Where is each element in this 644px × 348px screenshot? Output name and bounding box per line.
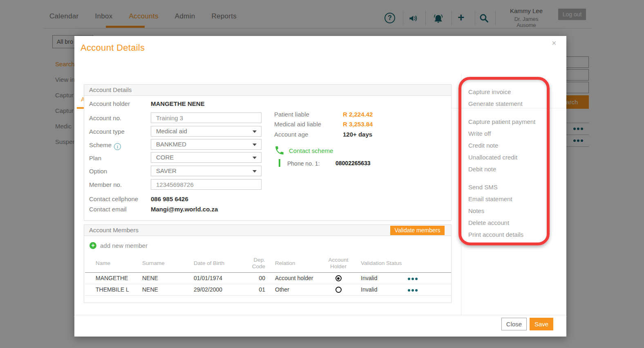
account-age-label: Account age [274,131,308,138]
phone-icon [274,145,285,156]
plan-select[interactable]: CORE [151,152,262,163]
member-no-input[interactable] [151,179,262,190]
account-type-value: Medical aid [156,128,187,135]
close-button[interactable]: Close [501,318,527,330]
validate-members-button[interactable]: Validate members [390,226,445,235]
col-relation: Relation [268,254,321,272]
ellipsis-icon[interactable] [408,289,410,292]
ellipsis-icon[interactable] [408,278,410,280]
member-dob: 29/02/2000 [194,284,245,295]
account-members-panel: Account Members Validate members + add n… [84,225,452,303]
account-holder-radio[interactable] [335,287,342,293]
members-table: Name Surname Date of Birth Dep. Code Rel… [85,254,451,296]
member-no-label: Member no. [89,181,122,188]
contact-cellphone-value: 086 985 6426 [151,195,188,202]
menu-item-delete-account[interactable]: Delete account [468,217,535,229]
col-validation-status: Validation Status [356,254,403,272]
scheme-label: Schemei [89,141,121,150]
member-dep-code: 01 [245,284,268,295]
phone1-label: Phone no. 1: [287,160,320,167]
contact-scheme-link[interactable]: Contact scheme [274,145,333,156]
menu-item-debit-note[interactable]: Debit note [468,163,535,175]
validation-status: Invalid [356,272,403,284]
account-no-input[interactable] [151,112,262,123]
member-surname: NENE [142,272,194,284]
patient-liable-label: Patient liable [274,111,309,118]
option-value: SAVER [156,167,177,174]
account-details-modal: × Account Details Account Invoices Payme… [74,36,566,337]
col-dob: Date of Birth [194,254,245,272]
scheme-select[interactable]: BANKMED [151,139,262,150]
patient-liable-value: R 2,224.42 [343,111,373,118]
member-name: MANGETHE [85,272,142,284]
menu-item-email-statement[interactable]: Email statement [468,193,535,205]
account-type-select[interactable]: Medical aid [151,126,262,137]
contact-email-label: Contact email [89,206,127,213]
account-holder-label: Account holder [89,100,130,107]
phone-accent-bar [279,159,280,167]
menu-item-write-off[interactable]: Write off [468,128,535,139]
menu-item-send-sms[interactable]: Send SMS [468,181,535,193]
plan-value: CORE [156,154,174,161]
menu-item-capture-patient-payment[interactable]: Capture patient payment [468,116,535,128]
save-button[interactable]: Save [530,318,553,330]
page: Calendar Inbox Accounts Admin Reports ? … [0,0,644,348]
member-relation: Account holder [268,272,321,284]
menu-item-print-account-details[interactable]: Print account details [468,229,535,240]
plan-label: Plan [89,155,101,162]
account-age-value: 120+ days [343,131,372,138]
modal-title: Account Details [80,43,145,53]
panel-title: Account Details [89,85,132,95]
scheme-value: BANKMED [156,141,186,148]
medical-aid-liable-label: Medical aid liable [274,121,321,128]
member-relation: Other [268,284,321,295]
members-header-row: Name Surname Date of Birth Dep. Code Rel… [85,254,451,272]
option-label: Option [89,168,107,175]
col-account-holder: Account Holder [321,254,356,272]
menu-item-notes[interactable]: Notes [468,205,535,217]
account-actions-menu: Capture invoice Generate statement Captu… [468,86,535,247]
col-surname: Surname [142,254,194,272]
close-icon[interactable]: × [552,38,557,48]
member-row: MANGETHE NENE 01/01/1974 00 Account hold… [85,272,451,284]
account-details-panel: Account Details Account holder MANGETHE … [84,84,452,221]
col-actions [403,254,451,272]
member-name: THEMBILE L [85,284,142,295]
validation-status: Invalid [356,284,403,295]
menu-item-generate-statement[interactable]: Generate statement [468,98,535,110]
phone1-value: 08002265633 [335,160,371,166]
member-surname: NENE [142,284,194,295]
option-select[interactable]: SAVER [151,166,262,176]
add-new-member-link[interactable]: + add new member [89,242,148,249]
col-name: Name [85,254,142,272]
add-circle-icon: + [89,242,96,249]
add-member-label: add new member [100,242,148,249]
member-dep-code: 00 [245,272,268,284]
account-holder-value: MANGETHE NENE [151,100,205,107]
info-icon[interactable]: i [114,143,121,150]
menu-item-unallocated-credit[interactable]: Unallocated credit [468,151,535,163]
menu-item-credit-note[interactable]: Credit note [468,139,535,151]
member-dob: 01/01/1974 [194,272,245,284]
panel-title: Account Members [89,225,139,236]
contact-cellphone-label: Contact cellphone [89,195,138,202]
col-dep-code: Dep. Code [245,254,268,272]
content-menu-divider [461,74,461,315]
contact-scheme-label: Contact scheme [289,147,333,154]
account-holder-radio[interactable] [335,275,342,281]
medical-aid-liable-value: R 3,253.84 [343,121,373,128]
menu-item-capture-invoice[interactable]: Capture invoice [468,86,535,98]
contact-email-value: Mangi@my.world.co.za [151,206,218,213]
account-no-label: Account no. [89,115,121,121]
member-row: THEMBILE L NENE 29/02/2000 01 Other Inva… [85,284,451,295]
account-type-label: Account type [89,128,125,135]
footer-divider [74,315,566,315]
